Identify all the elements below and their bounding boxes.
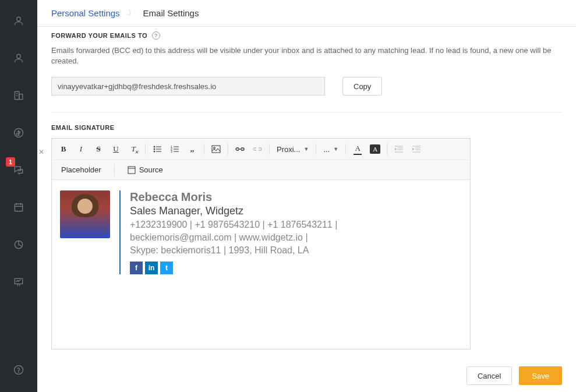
sidebar-item-contacts[interactable] — [8, 48, 29, 69]
svg-point-30 — [214, 147, 215, 149]
forward-section-title: FORWARD YOUR EMAILS TO ? — [51, 31, 562, 40]
strike-button[interactable]: S — [90, 141, 107, 157]
svg-point-15 — [15, 366, 23, 375]
sidebar-item-deals[interactable] — [8, 122, 29, 143]
signature-contact: beckiemoris@gmail.com | www.widgetz.io | — [130, 232, 337, 243]
forward-email-input[interactable] — [51, 77, 325, 96]
cancel-button[interactable]: Cancel — [467, 366, 512, 385]
font-size-select[interactable]: ... ▼ — [320, 141, 342, 157]
sidebar-item-calendar[interactable] — [8, 197, 29, 218]
svg-rect-39 — [128, 167, 135, 174]
sidebar-item-profile[interactable] — [8, 10, 29, 31]
indent-button — [408, 141, 425, 157]
font-size-label: ... — [323, 145, 330, 154]
unlink-button — [249, 141, 266, 157]
svg-rect-3 — [19, 94, 23, 100]
sidebar-item-accounts[interactable] — [8, 85, 29, 106]
caret-down-icon: ▼ — [303, 146, 309, 152]
twitter-icon[interactable]: t — [160, 262, 173, 274]
sidebar-item-dashboard[interactable] — [8, 271, 29, 292]
signature-role: Sales Manager, Widgetz — [130, 205, 337, 217]
image-button[interactable] — [208, 141, 224, 157]
chevron-right-icon: 〉 — [128, 8, 135, 18]
svg-point-19 — [154, 149, 155, 150]
svg-point-1 — [17, 54, 21, 58]
font-family-label: Proxi... — [277, 145, 300, 154]
link-button[interactable] — [232, 141, 248, 157]
left-sidebar: 1 — [0, 0, 37, 392]
svg-point-21 — [154, 151, 155, 152]
signature-separator — [119, 190, 121, 274]
text-color-button[interactable]: A — [349, 141, 366, 157]
linkedin-icon[interactable]: in — [145, 262, 158, 274]
source-label: Source — [139, 165, 163, 174]
forward-description: Emails forwarded (BCC ed) to this addres… — [51, 45, 562, 66]
quote-button[interactable]: ,, — [184, 141, 200, 157]
sidebar-item-reports[interactable] — [8, 234, 29, 255]
svg-rect-7 — [15, 204, 22, 211]
ordered-list-button[interactable]: 123 — [167, 141, 183, 157]
source-icon — [128, 166, 136, 174]
editor-body[interactable]: Rebecca Moris Sales Manager, Widgetz +12… — [52, 180, 470, 349]
svg-point-17 — [154, 146, 155, 147]
divider — [51, 112, 562, 112]
svg-point-16 — [19, 372, 19, 373]
bold-button[interactable]: B — [55, 141, 72, 157]
svg-point-0 — [17, 17, 21, 21]
signature-phones: +1232319900 | +1 9876543210 | +1 1876543… — [130, 220, 337, 230]
bg-color-button[interactable]: A — [367, 141, 383, 157]
save-button[interactable]: Save — [519, 366, 562, 385]
copy-button[interactable]: Copy — [342, 77, 382, 96]
svg-text:3: 3 — [171, 150, 172, 153]
help-icon[interactable]: ? — [152, 31, 160, 40]
svg-rect-29 — [212, 146, 220, 153]
underline-button[interactable]: U — [108, 141, 124, 157]
signature-name: Rebecca Moris — [130, 190, 337, 204]
caret-down-icon: ▼ — [333, 146, 338, 152]
signature-editor: B I S U T✕ 123 ,, — [51, 138, 471, 349]
forward-title-text: FORWARD YOUR EMAILS TO — [51, 32, 147, 39]
outdent-button — [391, 141, 407, 157]
clear-format-button[interactable]: T✕ — [125, 141, 142, 157]
breadcrumb-current: Email Settings — [143, 8, 199, 18]
signature-address: Skype: beckiemoris11 | 1993, Hill Road, … — [130, 245, 337, 256]
sidebar-item-help[interactable] — [8, 359, 29, 380]
facebook-icon[interactable]: f — [130, 262, 143, 274]
breadcrumb: Personal Settings 〉 Email Settings — [37, 0, 576, 27]
font-family-select[interactable]: Proxi... ▼ — [273, 141, 312, 157]
signature-avatar — [60, 190, 110, 238]
italic-button[interactable]: I — [73, 141, 89, 157]
source-button[interactable]: Source — [122, 162, 169, 178]
editor-toolbar: B I S U T✕ 123 ,, — [52, 139, 470, 180]
notification-badge: 1 — [6, 157, 15, 167]
placeholder-button[interactable]: Placeholder — [55, 162, 107, 178]
unordered-list-button[interactable] — [149, 141, 165, 157]
sidebar-item-conversations[interactable]: 1 — [8, 160, 29, 181]
breadcrumb-parent-link[interactable]: Personal Settings — [51, 8, 120, 18]
signature-section-title: EMAIL SIGNATURE — [51, 124, 562, 131]
